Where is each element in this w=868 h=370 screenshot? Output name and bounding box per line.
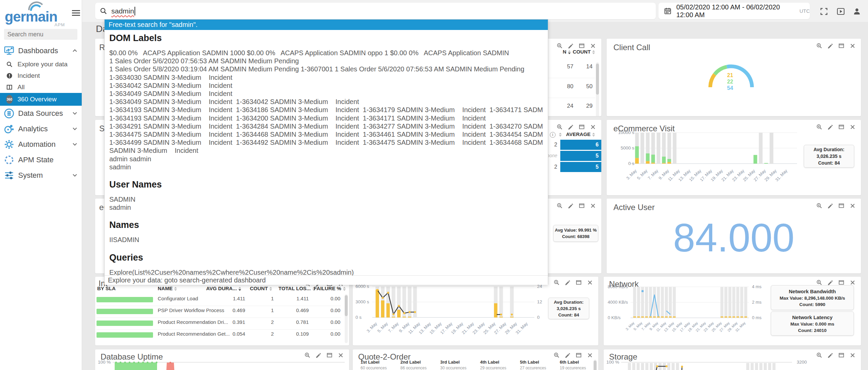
zoom-in-icon[interactable]: [557, 43, 563, 49]
scrollbar-thumb[interactable]: [596, 64, 599, 94]
sidebar-item-360-overview[interactable]: 360360 Overview: [0, 93, 82, 106]
sort-icon[interactable]: [174, 287, 177, 291]
search-suggestion[interactable]: 1-3634049 SADMIN 3-Medium Incident: [109, 90, 543, 97]
sidebar-item-incident[interactable]: Incident: [0, 70, 82, 82]
edit-icon[interactable]: [315, 352, 321, 358]
close-icon[interactable]: [590, 43, 596, 49]
edit-icon[interactable]: [827, 203, 833, 209]
edit-icon[interactable]: [568, 203, 574, 209]
close-icon[interactable]: [849, 124, 856, 130]
edit-icon[interactable]: [827, 124, 833, 130]
search-suggestion[interactable]: SADMIN 3-Medium Incident: [109, 146, 543, 154]
maximize-icon[interactable]: [838, 352, 844, 358]
close-icon[interactable]: [590, 203, 596, 209]
zoom-in-icon[interactable]: [304, 352, 310, 358]
user-icon[interactable]: [852, 7, 861, 16]
close-icon[interactable]: [849, 352, 856, 358]
close-icon[interactable]: [849, 279, 856, 285]
sidebar-item-system[interactable]: System: [0, 168, 82, 183]
search-suggestion[interactable]: $0.00 0% ACAPS Application SADMIN 1000 $…: [109, 49, 543, 57]
chevron-down-icon[interactable]: [72, 141, 78, 148]
zoom-in-icon[interactable]: [816, 43, 822, 49]
date-range-picker[interactable]: 05/02/2020 12:00 AM - 06/02/2020 12:00 A…: [658, 3, 810, 19]
edit-icon[interactable]: [827, 352, 833, 358]
column-header-count[interactable]: COUNT: [250, 285, 271, 291]
timezone-label[interactable]: UTC: [799, 8, 810, 14]
column-header[interactable]: N: [550, 49, 571, 55]
zoom-in-icon[interactable]: [816, 352, 822, 358]
column-header-by-sla[interactable]: BY SLA: [97, 285, 121, 291]
sidebar-item-data-sources[interactable]: Data Sources: [0, 106, 82, 121]
funnel-step-3[interactable]: 3rd Label30 occurencesWorld: [440, 360, 478, 370]
scrollbar-thumb[interactable]: [594, 361, 597, 370]
search-suggestion[interactable]: 1-3634475 SADMIN 3-Medium Incident 1-363…: [109, 130, 543, 138]
zoom-in-icon[interactable]: [816, 279, 822, 285]
sidebar-item-explore-your-data[interactable]: Explore your data: [0, 59, 82, 70]
maximize-icon[interactable]: [838, 43, 844, 49]
zoom-in-icon[interactable]: [816, 203, 822, 209]
column-header[interactable]: [557, 131, 562, 137]
search-suggestion[interactable]: 1-3634049 SADMIN 3-Medium Incident 1-363…: [109, 97, 543, 106]
chevron-up-icon[interactable]: [72, 48, 78, 55]
chevron-down-icon[interactable]: [72, 110, 78, 117]
edit-icon[interactable]: [565, 352, 571, 358]
maximize-icon[interactable]: [576, 352, 582, 358]
scrollbar-thumb[interactable]: [345, 295, 348, 316]
fullscreen-icon[interactable]: [819, 7, 828, 16]
germain-apm-logo[interactable]: germain APM: [5, 1, 72, 26]
close-icon[interactable]: [587, 279, 593, 285]
column-header-average[interactable]: AVERAGE: [566, 131, 593, 137]
column-header-name[interactable]: NAME: [158, 285, 188, 291]
free-text-search-option[interactable]: Free-text search for "sadmin".: [104, 20, 548, 30]
close-icon[interactable]: [849, 43, 856, 49]
search-suggestion[interactable]: SADMIN: [109, 195, 543, 203]
sort-icon[interactable]: [239, 287, 241, 291]
search-suggestion[interactable]: 1-3634193 SADMIN 3-Medium Incident 1-363…: [109, 114, 543, 122]
sort-icon[interactable]: [568, 50, 571, 54]
close-icon[interactable]: [338, 352, 344, 358]
edit-icon[interactable]: [827, 279, 833, 285]
sidebar-item-apm-state[interactable]: APM State: [0, 152, 82, 168]
funnel-step-5[interactable]: 5th Label27 occurencesLabel: [520, 360, 558, 370]
search-suggestion[interactable]: 1-3634042 SADMIN 3-Medium Incident: [109, 82, 543, 90]
column-header-total-los[interactable]: TOTAL LOS...: [278, 285, 307, 291]
column-header-count[interactable]: COUNT: [573, 49, 594, 55]
sidebar-item-automation[interactable]: Automation: [0, 137, 82, 152]
funnel-step-6[interactable]: 6th Label19 occurencesLabel: [560, 360, 598, 370]
search-suggestion[interactable]: IISADMIN: [109, 236, 543, 244]
maximize-icon[interactable]: [579, 124, 585, 130]
maximize-icon[interactable]: [838, 124, 844, 130]
close-icon[interactable]: [587, 352, 593, 358]
funnel-step-4[interactable]: 4th Label29 occurencesHello: [480, 360, 518, 370]
slideshow-icon[interactable]: [836, 7, 845, 16]
zoom-in-icon[interactable]: [557, 203, 563, 209]
edit-icon[interactable]: [568, 43, 574, 49]
search-suggestion[interactable]: 1-3634291 SADMIN 3-Medium Incident 1-363…: [109, 122, 543, 130]
zoom-in-icon[interactable]: [816, 124, 822, 130]
maximize-icon[interactable]: [576, 279, 582, 285]
maximize-icon[interactable]: [327, 352, 333, 358]
search-suggestion[interactable]: 1 Sales Order 5/8/2020 03:19:04 AM SADMI…: [109, 65, 543, 73]
menu-icon[interactable]: [72, 10, 80, 17]
search-suggestion[interactable]: 1-3634193 SADMIN 3-Medium Incident 1-363…: [109, 106, 543, 114]
column-header-avg-dura[interactable]: AVG DURA...: [206, 285, 241, 291]
close-icon[interactable]: [849, 203, 856, 209]
maximize-icon[interactable]: [579, 203, 585, 209]
global-search-bar[interactable]: sadmin: [95, 3, 656, 19]
search-suggestion[interactable]: sadmin: [109, 203, 543, 211]
sidebar-item-all[interactable]: All: [0, 82, 82, 93]
search-suggestion[interactable]: admin sadmin: [109, 155, 543, 163]
sort-icon[interactable]: [592, 50, 595, 54]
edit-icon[interactable]: [827, 43, 833, 49]
chevron-down-icon[interactable]: [72, 172, 78, 179]
sort-icon[interactable]: [559, 133, 562, 137]
search-suggestion[interactable]: sadmin: [109, 163, 543, 171]
search-input-value[interactable]: sadmin: [111, 7, 134, 15]
search-suggestion[interactable]: 1 Sales Order 5/6/2020 07:56:53 AM SADMI…: [109, 57, 543, 65]
sidebar-item-analytics[interactable]: Analytics: [0, 121, 82, 137]
chevron-down-icon[interactable]: [72, 126, 78, 133]
sort-icon[interactable]: [592, 133, 595, 137]
info-icon[interactable]: i: [550, 132, 556, 138]
funnel-step-2[interactable]: 2nd Label86 occurencesGotoView: [401, 360, 438, 370]
search-suggestion[interactable]: 1-3634499 SADMIN 3-Medium Incident 1-363…: [109, 138, 543, 146]
